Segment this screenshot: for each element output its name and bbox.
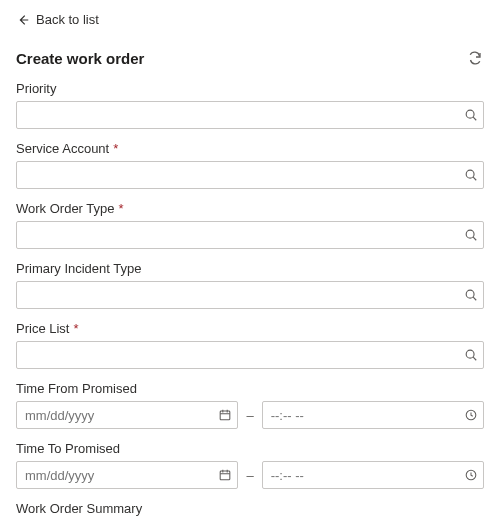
work-order-summary-label: Work Order Summary — [16, 501, 484, 516]
time-from-promised-label: Time From Promised — [16, 381, 484, 396]
field-time-from-promised: Time From Promised – — [16, 381, 484, 429]
required-marker: * — [113, 141, 118, 156]
field-work-order-type: Work Order Type * — [16, 201, 484, 249]
arrow-left-icon — [16, 13, 30, 27]
refresh-icon — [467, 50, 483, 66]
time-from-time-input[interactable] — [262, 401, 484, 429]
page-title: Create work order — [16, 50, 144, 67]
back-to-list-link[interactable]: Back to list — [16, 12, 484, 27]
primary-incident-type-input[interactable] — [16, 281, 484, 309]
priority-input[interactable] — [16, 101, 484, 129]
datetime-separator: – — [246, 408, 253, 423]
datetime-separator: – — [246, 468, 253, 483]
time-from-date-input[interactable] — [16, 401, 238, 429]
primary-incident-type-label: Primary Incident Type — [16, 261, 484, 276]
back-to-list-label: Back to list — [36, 12, 99, 27]
required-marker: * — [73, 321, 78, 336]
time-to-promised-label: Time To Promised — [16, 441, 484, 456]
refresh-button[interactable] — [466, 49, 484, 67]
price-list-input[interactable] — [16, 341, 484, 369]
work-order-type-label: Work Order Type * — [16, 201, 484, 216]
form-header: Create work order — [16, 49, 484, 67]
field-work-order-summary: Work Order Summary — [16, 501, 484, 520]
time-to-date-input[interactable] — [16, 461, 238, 489]
required-marker: * — [119, 201, 124, 216]
priority-label: Priority — [16, 81, 484, 96]
service-account-input[interactable] — [16, 161, 484, 189]
field-priority: Priority — [16, 81, 484, 129]
work-order-type-input[interactable] — [16, 221, 484, 249]
price-list-label: Price List * — [16, 321, 484, 336]
field-time-to-promised: Time To Promised – — [16, 441, 484, 489]
field-service-account: Service Account * — [16, 141, 484, 189]
service-account-label: Service Account * — [16, 141, 484, 156]
field-price-list: Price List * — [16, 321, 484, 369]
field-primary-incident-type: Primary Incident Type — [16, 261, 484, 309]
time-to-time-input[interactable] — [262, 461, 484, 489]
